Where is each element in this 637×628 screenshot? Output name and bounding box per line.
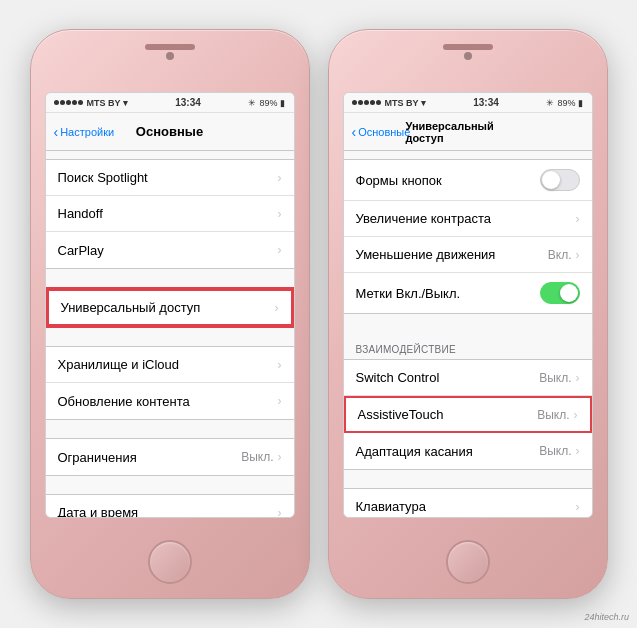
item-label: Ограничения (58, 450, 137, 465)
chevron-icon: › (576, 500, 580, 514)
toggle-knob (542, 171, 560, 189)
back-label-2: Основные (358, 126, 410, 138)
item-label: Адаптация касания (356, 444, 473, 459)
status-right-2: ✳ 89% ▮ (546, 98, 583, 108)
list-item[interactable]: Дата и время › (46, 495, 294, 517)
status-bar-1: MTS BY ▾ 13:34 ✳ 89% ▮ (46, 93, 294, 113)
item-label: AssistiveTouch (358, 407, 444, 422)
chevron-icon: › (576, 212, 580, 226)
bluetooth-icon-2: ✳ (546, 98, 554, 108)
group-2-2: Switch Control Выкл. › AssistiveTouch Вы… (344, 359, 592, 470)
group-1-4: Ограничения Выкл. › (46, 438, 294, 476)
nav-title-1: Основные (136, 124, 203, 139)
list-item[interactable]: Switch Control Выкл. › (344, 360, 592, 396)
toggle-labels[interactable] (540, 282, 580, 304)
speaker-1 (145, 44, 195, 50)
list-item[interactable]: Клавиатура › (344, 489, 592, 517)
nav-back-2[interactable]: ‹ Основные (352, 124, 411, 140)
list-item[interactable]: Поиск Spotlight › (46, 160, 294, 196)
home-button-1[interactable] (148, 540, 192, 584)
list-item[interactable]: Формы кнопок (344, 160, 592, 201)
status-right-1: ✳ 89% ▮ (248, 98, 285, 108)
battery-icon-1: ▮ (280, 98, 285, 108)
chevron-icon: › (278, 394, 282, 408)
carrier-1: MTS BY (87, 98, 121, 108)
list-item-highlighted[interactable]: AssistiveTouch Выкл. › (344, 396, 592, 433)
wifi-icon-1: ▾ (123, 98, 128, 108)
phone-body-2: MTS BY ▾ 13:34 ✳ 89% ▮ ‹ Основные Универ… (328, 29, 608, 599)
list-item[interactable]: Обновление контента › (46, 383, 294, 419)
list-item[interactable]: Handoff › (46, 196, 294, 232)
chevron-icon: › (278, 506, 282, 518)
group-1-3: Хранилище и iCloud › Обновление контента… (46, 346, 294, 420)
camera-dot-1 (166, 52, 174, 60)
toggle-knob (560, 284, 578, 302)
item-value: Вкл. (548, 248, 572, 262)
chevron-icon: › (278, 358, 282, 372)
section-header-interaction: ВЗАИМОДЕЙСТВИЕ (344, 332, 592, 359)
toggle-forms[interactable] (540, 169, 580, 191)
item-label: Дата и время (58, 505, 139, 517)
item-label: Handoff (58, 206, 103, 221)
list-item[interactable]: Хранилище и iCloud › (46, 347, 294, 383)
group-1-1: Поиск Spotlight › Handoff › CarPlay (46, 159, 294, 269)
list-item[interactable]: Метки Вкл./Выкл. (344, 273, 592, 313)
list-item[interactable]: Ограничения Выкл. › (46, 439, 294, 475)
back-arrow-2: ‹ (352, 124, 357, 140)
nav-back-1[interactable]: ‹ Настройки (54, 124, 115, 140)
list-item[interactable]: CarPlay › (46, 232, 294, 268)
chevron-icon: › (576, 248, 580, 262)
group-1-5: Дата и время › Клавиатура › Язык и регио… (46, 494, 294, 517)
chevron-icon: › (278, 450, 282, 464)
time-1: 13:34 (175, 97, 201, 108)
nav-bar-1: ‹ Настройки Основные (46, 113, 294, 151)
item-label: Уменьшение движения (356, 247, 496, 262)
wifi-icon-2: ▾ (421, 98, 426, 108)
watermark: 24hitech.ru (584, 612, 629, 622)
settings-list-2: Формы кнопок Увеличение контраста › (344, 151, 592, 517)
nav-title-2: Универсальный доступ (406, 120, 530, 144)
speaker-2 (443, 44, 493, 50)
item-label: Универсальный доступ (61, 300, 201, 315)
item-label: Формы кнопок (356, 173, 442, 188)
status-left-1: MTS BY ▾ (54, 98, 128, 108)
list-item[interactable]: Адаптация касания Выкл. › (344, 433, 592, 469)
phone-body-1: MTS BY ▾ 13:34 ✳ 89% ▮ ‹ Настройки Основ… (30, 29, 310, 599)
chevron-icon: › (275, 301, 279, 315)
carrier-2: MTS BY (385, 98, 419, 108)
list-item[interactable]: Увеличение контраста › (344, 201, 592, 237)
home-button-2[interactable] (446, 540, 490, 584)
phone-top-bar-2 (329, 44, 607, 50)
item-value: Выкл. (539, 371, 571, 385)
signal-dots-1 (54, 100, 83, 105)
list-item[interactable]: Уменьшение движения Вкл. › (344, 237, 592, 273)
chevron-icon: › (278, 171, 282, 185)
item-label: Метки Вкл./Выкл. (356, 286, 461, 301)
phone-1: MTS BY ▾ 13:34 ✳ 89% ▮ ‹ Настройки Основ… (30, 29, 310, 599)
chevron-icon: › (576, 371, 580, 385)
settings-list-1: Поиск Spotlight › Handoff › CarPlay (46, 151, 294, 517)
item-label: Обновление контента (58, 394, 190, 409)
status-bar-2: MTS BY ▾ 13:34 ✳ 89% ▮ (344, 93, 592, 113)
battery-2: 89% (557, 98, 575, 108)
phone-2: MTS BY ▾ 13:34 ✳ 89% ▮ ‹ Основные Универ… (328, 29, 608, 599)
item-label: Switch Control (356, 370, 440, 385)
status-left-2: MTS BY ▾ (352, 98, 426, 108)
chevron-icon: › (574, 408, 578, 422)
item-label: Поиск Spotlight (58, 170, 148, 185)
chevron-icon: › (278, 243, 282, 257)
battery-1: 89% (259, 98, 277, 108)
time-2: 13:34 (473, 97, 499, 108)
back-arrow-1: ‹ (54, 124, 59, 140)
item-label: CarPlay (58, 243, 104, 258)
battery-icon-2: ▮ (578, 98, 583, 108)
phone-screen-2: MTS BY ▾ 13:34 ✳ 89% ▮ ‹ Основные Универ… (343, 92, 593, 518)
item-value: Выкл. (241, 450, 273, 464)
chevron-icon: › (278, 207, 282, 221)
back-label-1: Настройки (60, 126, 114, 138)
group-1-2: Универсальный доступ › (46, 287, 294, 328)
nav-bar-2: ‹ Основные Универсальный доступ (344, 113, 592, 151)
list-item-highlighted[interactable]: Универсальный доступ › (47, 289, 293, 326)
chevron-icon: › (576, 444, 580, 458)
item-value: Выкл. (537, 408, 569, 422)
